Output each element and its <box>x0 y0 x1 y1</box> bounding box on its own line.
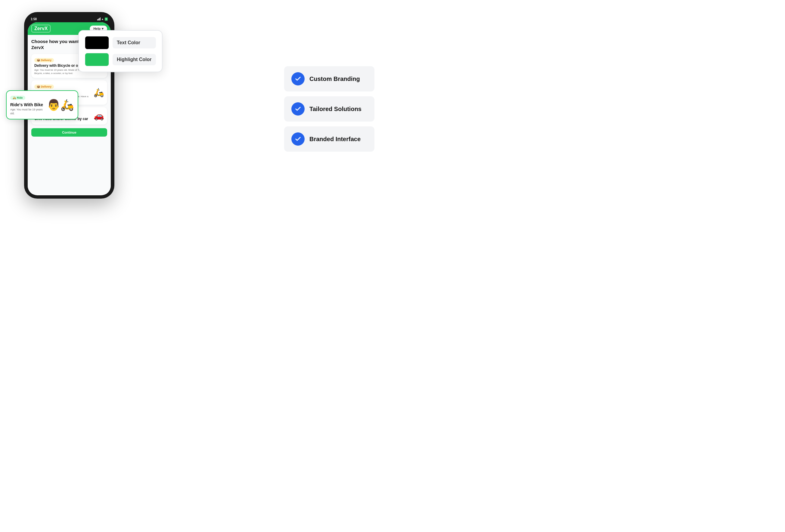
feature-item-tailored-solutions: Tailored Solutions <box>284 96 375 122</box>
check-icon-branded-interface <box>292 132 305 146</box>
phone-notch <box>58 17 76 21</box>
feature-item-custom-branding: Custom Branding <box>284 66 375 92</box>
rider-card-floating[interactable]: 🛵 Ride Ride's With Bike Age: You must be… <box>6 90 78 120</box>
app-logo: ZervX <box>31 25 51 32</box>
delivery-badge-3: 📦 Delivery <box>34 84 54 89</box>
service-emoji-4: 🚗 <box>94 111 104 121</box>
rider-card-title: Ride's With Bike <box>10 102 45 107</box>
phone-time: 1:58 <box>31 18 37 21</box>
highlight-color-row[interactable]: Highlight Color <box>85 53 156 66</box>
continue-button[interactable]: Continue <box>31 128 107 136</box>
scene: 1:58 ▲ 5 ZervX Help ▾ <box>0 0 392 266</box>
check-icon-custom-branding <box>292 72 305 85</box>
delivery-icon-3: 📦 <box>37 85 40 88</box>
text-color-swatch[interactable] <box>85 36 109 49</box>
color-picker-popup: Text Color Highlight Color <box>78 30 162 72</box>
text-color-label: Text Color <box>112 37 156 48</box>
rider-emoji: 👨‍🛵 <box>47 99 74 111</box>
phone-notch-bar: 1:58 ▲ 5 <box>28 16 111 22</box>
phone-status-right: ▲ 5 <box>97 18 108 21</box>
highlight-color-swatch[interactable] <box>85 53 109 66</box>
battery-icon: 5 <box>105 18 108 21</box>
service-emoji-3: 🛵 <box>94 87 104 98</box>
feature-label-tailored-solutions: Tailored Solutions <box>309 106 361 112</box>
delivery-badge-1: 📦 Delivery <box>34 58 54 62</box>
feature-item-branded-interface: Branded Interface <box>284 126 375 152</box>
text-color-row[interactable]: Text Color <box>85 36 156 49</box>
feature-list: Custom Branding Tailored Solutions Brand… <box>284 66 375 152</box>
check-icon-tailored-solutions <box>292 102 305 116</box>
delivery-icon-1: 📦 <box>37 59 40 62</box>
signal-icon <box>97 18 101 21</box>
rider-card-desc: Age: You must be 19 years old. <box>10 108 45 115</box>
feature-label-custom-branding: Custom Branding <box>309 76 360 82</box>
ride-badge-floating: 🛵 Ride <box>10 96 25 100</box>
feature-label-branded-interface: Branded Interface <box>309 136 361 143</box>
wifi-icon: ▲ <box>101 18 104 21</box>
ride-icon-floating: 🛵 <box>12 96 16 99</box>
highlight-color-label: Highlight Color <box>112 54 156 65</box>
